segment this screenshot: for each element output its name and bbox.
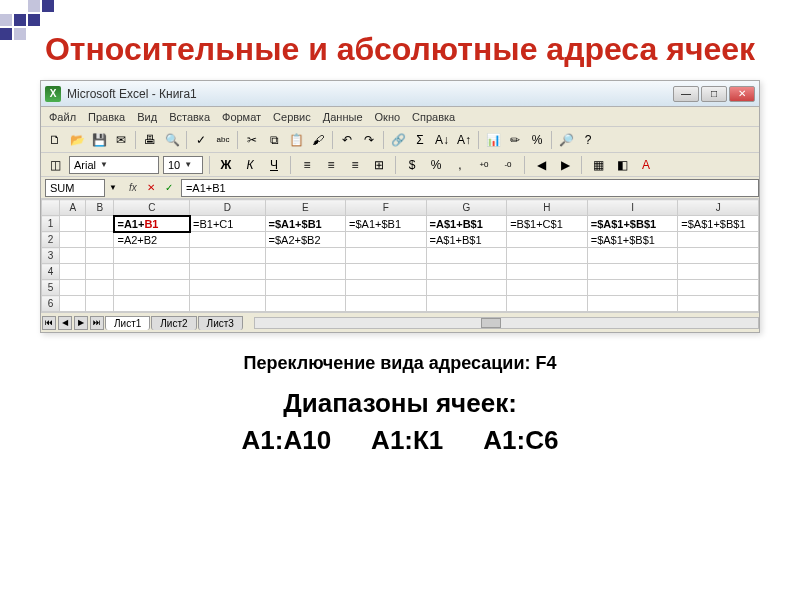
row-header-5[interactable]: 5 (42, 280, 60, 296)
col-header-f[interactable]: F (346, 200, 427, 216)
col-header-g[interactable]: G (426, 200, 507, 216)
row-3[interactable]: 3 (42, 248, 759, 264)
cut-icon[interactable]: ✂ (242, 130, 262, 150)
row-header-4[interactable]: 4 (42, 264, 60, 280)
menu-data[interactable]: Данные (323, 111, 363, 123)
cell-j1[interactable]: =$A$1+$B$1 (678, 216, 759, 232)
row-6[interactable]: 6 (42, 296, 759, 312)
col-header-h[interactable]: H (507, 200, 588, 216)
sheet-tab-3[interactable]: Лист3 (198, 316, 243, 330)
horizontal-scrollbar[interactable] (254, 317, 759, 329)
spell-icon[interactable]: ✓ (191, 130, 211, 150)
menu-format[interactable]: Формат (222, 111, 261, 123)
font-color-icon[interactable]: A (636, 155, 656, 175)
minimize-button[interactable]: — (673, 86, 699, 102)
row-header-2[interactable]: 2 (42, 232, 60, 248)
formula-input[interactable]: =A1+B1 (181, 179, 759, 197)
preview-icon[interactable]: 🔍 (162, 130, 182, 150)
link-icon[interactable]: 🔗 (388, 130, 408, 150)
row-header-1[interactable]: 1 (42, 216, 60, 232)
align-left-icon[interactable]: ≡ (297, 155, 317, 175)
close-button[interactable]: ✕ (729, 86, 755, 102)
maximize-button[interactable]: □ (701, 86, 727, 102)
sheet-tab-2[interactable]: Лист2 (151, 316, 196, 330)
row-1[interactable]: 1 =A1+B1 =B1+C1 =$A1+$B1 =$A1+$B1 =A$1+B… (42, 216, 759, 232)
row-5[interactable]: 5 (42, 280, 759, 296)
mail-icon[interactable]: ✉ (111, 130, 131, 150)
align-center-icon[interactable]: ≡ (321, 155, 341, 175)
col-header-d[interactable]: D (190, 200, 266, 216)
cell-d1[interactable]: =B1+C1 (190, 216, 266, 232)
menu-file[interactable]: Файл (49, 111, 76, 123)
col-header-j[interactable]: J (678, 200, 759, 216)
dec-inc-icon[interactable]: +0 (474, 155, 494, 175)
border-icon[interactable]: ▦ (588, 155, 608, 175)
italic-button[interactable]: К (240, 155, 260, 175)
row-header-6[interactable]: 6 (42, 296, 60, 312)
cell-b1[interactable] (86, 216, 114, 232)
spreadsheet-grid[interactable]: A B C D E F G H I J 1 =A1+B1 =B1+C1 =$A1… (41, 199, 759, 312)
size-combo[interactable]: 10▼ (163, 156, 203, 174)
cell-e2[interactable]: =$A2+$B2 (265, 232, 346, 248)
cancel-formula-button[interactable]: ✕ (143, 180, 159, 196)
cell-e1[interactable]: =$A1+$B1 (265, 216, 346, 232)
col-header-a[interactable]: A (60, 200, 86, 216)
draw-icon[interactable]: ✏ (505, 130, 525, 150)
menu-view[interactable]: Вид (137, 111, 157, 123)
row-header-3[interactable]: 3 (42, 248, 60, 264)
comma-icon[interactable]: , (450, 155, 470, 175)
menu-insert[interactable]: Вставка (169, 111, 210, 123)
save-icon[interactable]: 💾 (89, 130, 109, 150)
indent-left-icon[interactable]: ◀ (531, 155, 551, 175)
row-4[interactable]: 4 (42, 264, 759, 280)
currency-icon[interactable]: $ (402, 155, 422, 175)
cell-a1[interactable] (60, 216, 86, 232)
cell-g2[interactable]: =A$1+B$1 (426, 232, 507, 248)
style-icon[interactable]: ◫ (45, 155, 65, 175)
cell-c1[interactable]: =A1+B1 (114, 216, 190, 232)
menu-help[interactable]: Справка (412, 111, 455, 123)
underline-button[interactable]: Ч (264, 155, 284, 175)
col-header-e[interactable]: E (265, 200, 346, 216)
merge-icon[interactable]: ⊞ (369, 155, 389, 175)
fx-button[interactable]: fx (125, 180, 141, 196)
brush-icon[interactable]: 🖌 (308, 130, 328, 150)
copy-icon[interactable]: ⧉ (264, 130, 284, 150)
sheet-tab-1[interactable]: Лист1 (105, 316, 150, 330)
cell-h1[interactable]: =B$1+C$1 (507, 216, 588, 232)
chart-icon[interactable]: 📊 (483, 130, 503, 150)
font-combo[interactable]: Arial▼ (69, 156, 159, 174)
dec-dec-icon[interactable]: -0 (498, 155, 518, 175)
sort-desc-icon[interactable]: A↑ (454, 130, 474, 150)
help-icon[interactable]: ? (578, 130, 598, 150)
tab-nav-next[interactable]: ▶ (74, 316, 88, 330)
tab-nav-last[interactable]: ⏭ (90, 316, 104, 330)
cell-g1[interactable]: =A$1+B$1 (426, 216, 507, 232)
cell-c2[interactable]: =A2+B2 (114, 232, 190, 248)
cell-i1[interactable]: =$A$1+$B$1 (587, 216, 678, 232)
bold-button[interactable]: Ж (216, 155, 236, 175)
cell-i2[interactable]: =$A$1+$B$1 (587, 232, 678, 248)
col-header-c[interactable]: C (114, 200, 190, 216)
print-icon[interactable]: 🖶 (140, 130, 160, 150)
name-box[interactable]: SUM (45, 179, 105, 197)
undo-icon[interactable]: ↶ (337, 130, 357, 150)
indent-right-icon[interactable]: ▶ (555, 155, 575, 175)
col-header-i[interactable]: I (587, 200, 678, 216)
abc-icon[interactable]: abc (213, 130, 233, 150)
fill-icon[interactable]: ◧ (612, 155, 632, 175)
menu-window[interactable]: Окно (375, 111, 401, 123)
accept-formula-button[interactable]: ✓ (161, 180, 177, 196)
zoom-icon[interactable]: 🔎 (556, 130, 576, 150)
select-all-corner[interactable] (42, 200, 60, 216)
tab-nav-first[interactable]: ⏮ (42, 316, 56, 330)
row-2[interactable]: 2 =A2+B2 =$A2+$B2 =A$1+B$1 =$A$1+$B$1 (42, 232, 759, 248)
sum-icon[interactable]: Σ (410, 130, 430, 150)
percent-icon[interactable]: % (527, 130, 547, 150)
new-icon[interactable]: 🗋 (45, 130, 65, 150)
menu-edit[interactable]: Правка (88, 111, 125, 123)
cell-f1[interactable]: =$A1+$B1 (346, 216, 427, 232)
tab-nav-prev[interactable]: ◀ (58, 316, 72, 330)
col-header-b[interactable]: B (86, 200, 114, 216)
open-icon[interactable]: 📂 (67, 130, 87, 150)
